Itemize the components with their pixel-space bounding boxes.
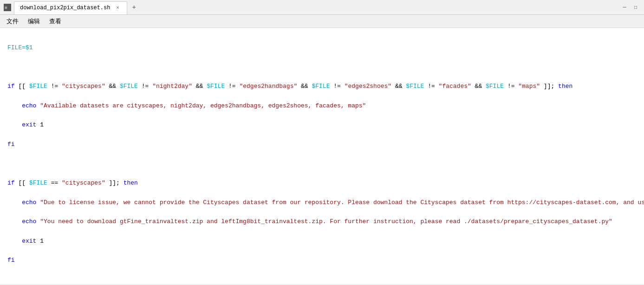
window-controls: — ☐ — [620, 3, 640, 12]
code-line-blank-2 — [7, 159, 637, 169]
new-tab-button[interactable]: + — [127, 2, 140, 13]
code-line-10: fi — [7, 256, 637, 265]
code-line-5: fi — [7, 140, 637, 150]
code-line-2: if [[ $FILE != "cityscapes" && $FILE != … — [7, 82, 637, 92]
tab-file[interactable]: download_pix2pix_dataset.sh × — [14, 1, 127, 14]
code-editor[interactable]: FILE=$1 if [[ $FILE != "cityscapes" && $… — [0, 28, 644, 284]
code-line-blank-1 — [7, 62, 637, 72]
code-line-9: exit 1 — [7, 237, 637, 246]
code-line-8: echo "You need to download gtFine_trainv… — [7, 217, 637, 227]
menu-bar: 文件 编辑 查看 — [0, 15, 644, 28]
minimize-button[interactable]: — — [620, 3, 629, 12]
app-icon: ≡ — [4, 4, 11, 11]
svg-text:≡: ≡ — [5, 6, 7, 11]
tab-label: download_pix2pix_dataset.sh — [20, 5, 110, 11]
code-line-blank-3 — [7, 275, 637, 284]
menu-file[interactable]: 文件 — [2, 15, 23, 27]
code-line-1: FILE=$1 — [7, 43, 637, 53]
maximize-button[interactable]: ☐ — [631, 3, 640, 12]
tab-close-button[interactable]: × — [114, 4, 121, 12]
code-line-6: if [[ $FILE == "cityscapes" ]]; then — [7, 179, 637, 188]
menu-edit[interactable]: 编辑 — [23, 15, 45, 27]
code-line-4: exit 1 — [7, 120, 637, 130]
tab-bar: download_pix2pix_dataset.sh × + — [14, 1, 620, 14]
menu-view[interactable]: 查看 — [45, 15, 66, 27]
title-bar: ≡ download_pix2pix_dataset.sh × + — ☐ — [0, 0, 644, 15]
code-line-7: echo "Due to license issue, we cannot pr… — [7, 198, 637, 208]
code-line-3: echo "Available datasets are cityscapes,… — [7, 101, 637, 111]
